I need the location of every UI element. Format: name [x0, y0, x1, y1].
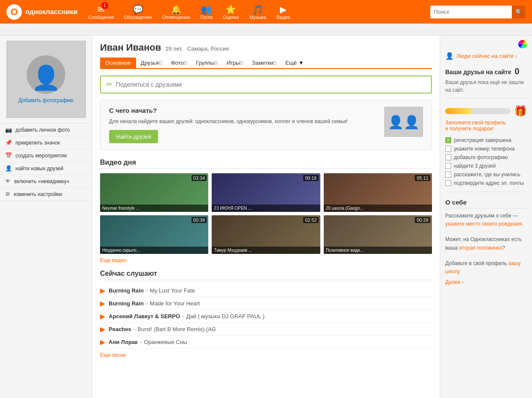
music-text: Peaches – Burst! (Bart B More Remix).(AG	[109, 326, 216, 332]
gear-icon: ⚙	[5, 191, 10, 197]
music-text: Арсений Лавкут & SERPO – Дай ( музыка DJ…	[109, 313, 264, 320]
music-icon: 🎵	[252, 4, 263, 15]
tab-main[interactable]: Основное	[100, 57, 136, 68]
status-pencil-icon: ✏	[106, 80, 112, 89]
online-now[interactable]: 👤 Люди сейчас на сайте ›	[445, 52, 527, 60]
video-label: 23 ИЮНЯ OPEN ...	[212, 205, 320, 212]
music-list: ▶ Burning Rain – My Lust Your Fate ▶ Bur…	[100, 284, 432, 349]
video-duration: 02:52	[303, 217, 319, 223]
sidebar-item-pin-badge[interactable]: 📌 прикрепить значок	[0, 136, 92, 149]
search-bar: 🔍	[430, 6, 526, 18]
about-birthplace-link[interactable]: укажите место своего рождения.	[445, 221, 523, 227]
sidebar-item-add-photo[interactable]: 📷 добавить личное фото	[0, 124, 92, 136]
video-duration: 00:38	[192, 217, 207, 223]
sidebar-item-label: добавить личное фото	[15, 127, 70, 133]
friends-empty-text: Ваши друзья пока ещё не зашли на сайт.	[445, 78, 527, 94]
nav-item-music[interactable]: 🎵 Музыка	[245, 3, 271, 21]
music-text: Burning Rain – Made for Your Heart	[109, 300, 200, 307]
top-nav: О одноклассники ✉ 1 Сообщения 💬 Обсужден…	[0, 0, 532, 24]
video-section: Видео дня 03:34 Neymar freestyle ... 00:…	[100, 159, 432, 263]
search-input[interactable]	[430, 6, 512, 18]
checklist-item: укажите номер телефона	[445, 145, 527, 153]
checklist-item: подтвердите адрес эл. почты	[445, 179, 527, 187]
sidebar-item-find-friends[interactable]: 👤 найти новых друзей	[0, 162, 92, 175]
search-button[interactable]: 🔍	[512, 6, 526, 18]
profile-fill-line2: и получите подарок!	[445, 126, 527, 132]
play-icon[interactable]: ▶	[100, 338, 105, 346]
video-thumb[interactable]: 05:11 20 школа (Gangn...	[324, 173, 432, 212]
progress-bar-outer	[445, 108, 511, 114]
video-label: Neymar freestyle ...	[100, 205, 208, 212]
nav-item-discussions[interactable]: 💬 Обсуждения	[120, 3, 156, 21]
about-partner-link[interactable]: вторая половинка	[459, 245, 502, 251]
sidebar-menu: 📷 добавить личное фото 📌 прикрепить знач…	[0, 123, 92, 201]
notifications-icon: 🔔	[171, 4, 182, 15]
sidebar-item-label: включить «невидимку»	[14, 178, 70, 184]
nav-item-notifications[interactable]: 🔔 Оповещения	[158, 3, 195, 21]
color-wheel-icon	[518, 40, 527, 48]
video-thumb[interactable]: 00:16 23 ИЮНЯ OPEN ...	[212, 173, 320, 212]
list-item: ▶ Burning Rain – My Lust Your Fate	[100, 284, 432, 297]
logo-icon: О	[6, 4, 22, 20]
nav-item-ratings[interactable]: ⭐ Оценки	[219, 3, 243, 21]
play-icon[interactable]: ▶	[100, 299, 105, 308]
music-section-title: Сейчас слушают	[100, 270, 432, 280]
video-label: 20 школа (Gangn...	[324, 205, 432, 212]
subheader	[0, 24, 532, 36]
profile-location: Самара, Россия	[187, 45, 229, 52]
more-video-link[interactable]: Еще видео	[100, 257, 432, 263]
checkbox-icon	[445, 146, 451, 152]
music-text: Ани Лорак – Оранжевые Сны	[109, 339, 187, 345]
tab-groups[interactable]: Группы0	[192, 57, 222, 68]
list-item: ▶ Арсений Лавкут & SERPO – Дай ( музыка …	[100, 310, 432, 323]
pin-icon: 📌	[5, 139, 12, 146]
sidebar-item-label: изменить настройки	[14, 191, 62, 197]
discussions-icon: 💬	[133, 4, 143, 15]
tab-more[interactable]: Ещё ▼	[281, 57, 308, 68]
video-label: Неудачно скрылс...	[100, 247, 208, 254]
friends-placeholder-icon: 👤👤	[388, 115, 420, 130]
video-thumb[interactable]: 03:34 Neymar freestyle ...	[100, 173, 208, 212]
add-photo-link[interactable]: Добавить фотографию	[18, 97, 73, 103]
status-input[interactable]	[116, 81, 426, 88]
ratings-icon: ⭐	[225, 4, 236, 15]
checklist-item: расскажите, где вы учились	[445, 170, 527, 179]
profile-name: Иван Иванов	[100, 42, 161, 53]
video-duration: 03:34	[192, 175, 207, 181]
eye-icon: 👁	[5, 178, 11, 184]
tab-games[interactable]: Игры0	[222, 57, 247, 68]
checklist-item: добавьте фотографию	[445, 153, 527, 162]
video-thumb[interactable]: 00:38 Неудачно скрылс...	[100, 215, 208, 254]
tab-photos[interactable]: Фото0	[167, 57, 191, 68]
find-friends-image: 👤👤	[384, 107, 423, 137]
nav-items: ✉ 1 Сообщения 💬 Обсуждения 🔔 Оповещения …	[84, 3, 424, 21]
sidebar-item-create-event[interactable]: 📅 создать мероприятие	[0, 149, 92, 162]
nav-item-guests[interactable]: 👥 Гости	[196, 3, 217, 21]
sidebar-item-label: найти новых друзей	[15, 166, 63, 172]
tab-friends[interactable]: Друзья0	[137, 57, 166, 68]
sidebar-item-invisible[interactable]: 👁 включить «невидимку»	[0, 175, 92, 188]
checkbox-icon	[445, 163, 451, 169]
sidebar-item-settings[interactable]: ⚙ изменить настройки	[0, 188, 92, 201]
friends-title: Ваши друзья на сайте	[445, 69, 511, 75]
nav-item-messages[interactable]: ✉ 1 Сообщения	[84, 3, 119, 21]
tab-notes[interactable]: Заметки0	[248, 57, 281, 68]
play-icon[interactable]: ▶	[100, 325, 105, 333]
more-songs-link[interactable]: Еще песни	[100, 352, 432, 358]
about-more-link[interactable]: Далее ›	[445, 279, 527, 285]
video-icon: ▶	[280, 4, 286, 15]
person-icon: 👤	[5, 165, 12, 172]
profile-progress: 🎁 Заполните свой профиль и получите пода…	[445, 105, 527, 132]
play-icon[interactable]: ▶	[100, 286, 105, 295]
logo[interactable]: О одноклассники	[6, 4, 78, 20]
nav-item-video[interactable]: ▶ Видео	[272, 3, 295, 21]
video-thumb[interactable]: 00:29 Позитивное виде...	[324, 215, 432, 254]
video-duration: 00:29	[415, 217, 430, 223]
video-thumb[interactable]: 02:52 Тимур Муцураев ...	[212, 215, 320, 254]
video-grid: 03:34 Neymar freestyle ... 00:16 23 ИЮНЯ…	[100, 173, 432, 254]
gift-icon: 🎁	[514, 105, 527, 117]
guests-icon: 👥	[201, 4, 212, 15]
progress-bar-inner	[445, 108, 471, 114]
play-icon[interactable]: ▶	[100, 312, 105, 320]
find-friends-button[interactable]: Найти друзей	[109, 130, 158, 143]
